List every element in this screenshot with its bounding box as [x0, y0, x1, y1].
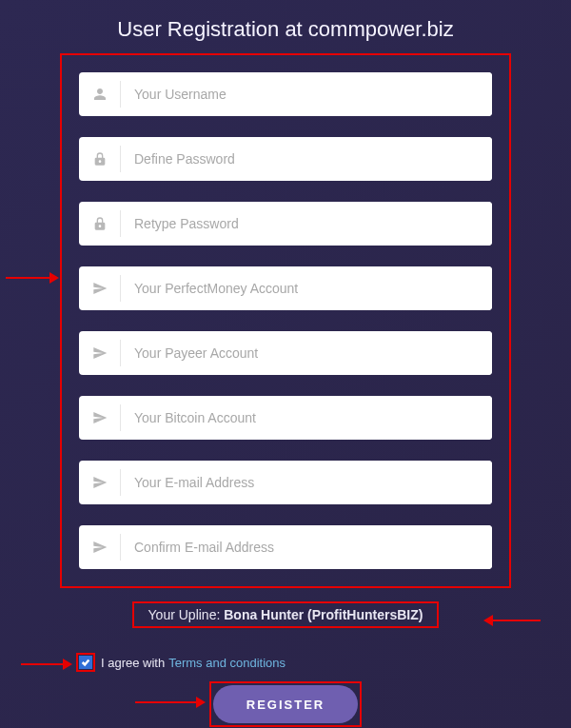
annotation-arrow — [476, 609, 542, 632]
svg-marker-5 — [63, 659, 72, 670]
upline-label: Your Upline: — [148, 607, 225, 622]
register-button[interactable]: REGISTER — [213, 685, 358, 723]
payeer-field-row — [79, 331, 492, 375]
payeer-input[interactable] — [121, 331, 492, 375]
paper-plane-icon — [79, 275, 121, 302]
email-input[interactable] — [121, 461, 492, 504]
svg-marker-7 — [196, 697, 206, 708]
agree-checkbox[interactable] — [79, 656, 92, 669]
password-input[interactable] — [121, 137, 492, 181]
retype-password-field-row — [79, 202, 492, 246]
lock-icon — [79, 210, 121, 237]
paper-plane-icon — [79, 469, 121, 496]
annotation-arrow — [4, 266, 61, 289]
bitcoin-input[interactable] — [121, 396, 492, 440]
upline-name: Bona Hunter (ProfitHuntersBIZ) — [224, 607, 423, 622]
confirm-email-field-row — [79, 525, 492, 569]
checkbox-annotation — [76, 653, 95, 672]
agree-row: I agree with Terms and conditions — [76, 653, 571, 672]
email-field-row — [79, 461, 492, 504]
terms-link[interactable]: Terms and conditions — [168, 656, 286, 670]
register-annotation: REGISTER — [209, 681, 362, 727]
annotation-arrow — [133, 693, 209, 712]
password-field-row — [79, 137, 492, 181]
paper-plane-icon — [79, 404, 121, 431]
paper-plane-icon — [79, 534, 121, 561]
paper-plane-icon — [79, 340, 121, 366]
person-icon — [79, 81, 121, 108]
perfectmoney-input[interactable] — [121, 266, 492, 310]
confirm-email-input[interactable] — [121, 525, 492, 569]
svg-marker-1 — [49, 272, 59, 284]
username-field-row — [79, 72, 492, 116]
perfectmoney-field-row — [79, 266, 492, 310]
lock-icon — [79, 146, 121, 172]
svg-marker-3 — [483, 615, 493, 626]
annotation-arrow — [19, 655, 76, 674]
retype-password-input[interactable] — [121, 202, 492, 246]
bitcoin-field-row — [79, 396, 492, 440]
agree-text: I agree with — [101, 656, 165, 670]
page-title: User Registration at commpower.biz — [0, 0, 571, 53]
username-input[interactable] — [121, 72, 492, 116]
registration-form — [60, 53, 511, 588]
upline-info: Your Upline: Bona Hunter (ProfitHuntersB… — [132, 601, 439, 628]
